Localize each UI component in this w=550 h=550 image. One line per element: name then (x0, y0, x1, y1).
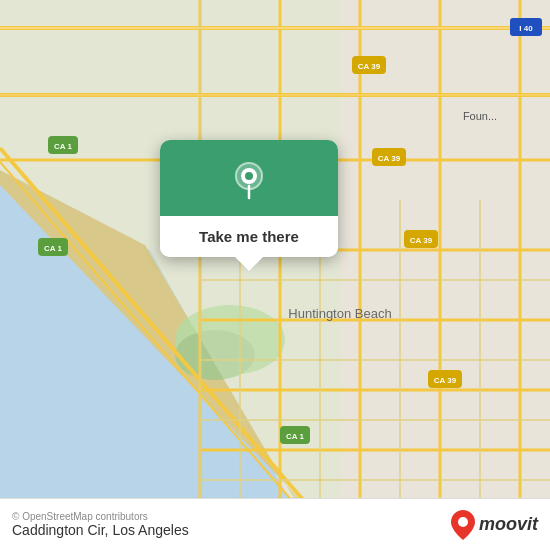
svg-text:CA 1: CA 1 (54, 142, 72, 151)
location-info: © OpenStreetMap contributors Caddington … (12, 511, 189, 538)
map-attribution: © OpenStreetMap contributors (12, 511, 189, 522)
svg-text:CA 1: CA 1 (44, 244, 62, 253)
popup-header (160, 140, 338, 216)
location-label: Caddington Cir, Los Angeles (12, 522, 189, 538)
bottom-bar: © OpenStreetMap contributors Caddington … (0, 498, 550, 550)
svg-text:CA 39: CA 39 (434, 376, 457, 385)
moovit-logo: moovit (451, 510, 538, 540)
svg-text:CA 39: CA 39 (410, 236, 433, 245)
svg-text:CA 1: CA 1 (286, 432, 304, 441)
svg-text:Foun...: Foun... (463, 110, 497, 122)
svg-text:CA 39: CA 39 (358, 62, 381, 71)
moovit-pin-icon (451, 510, 475, 540)
svg-point-51 (245, 172, 253, 180)
location-pin-icon (227, 158, 271, 202)
svg-point-53 (458, 517, 468, 527)
map-container: CA 1 CA 1 CA 1 CA 39 CA 39 CA 39 CA 39 I… (0, 0, 550, 550)
svg-text:Huntington Beach: Huntington Beach (288, 306, 391, 321)
moovit-brand-name: moovit (479, 514, 538, 535)
popup-pointer (235, 257, 263, 271)
popup-card: Take me there (160, 140, 338, 257)
svg-text:CA 39: CA 39 (378, 154, 401, 163)
svg-text:I 40: I 40 (519, 24, 533, 33)
take-me-there-button[interactable]: Take me there (160, 216, 338, 257)
